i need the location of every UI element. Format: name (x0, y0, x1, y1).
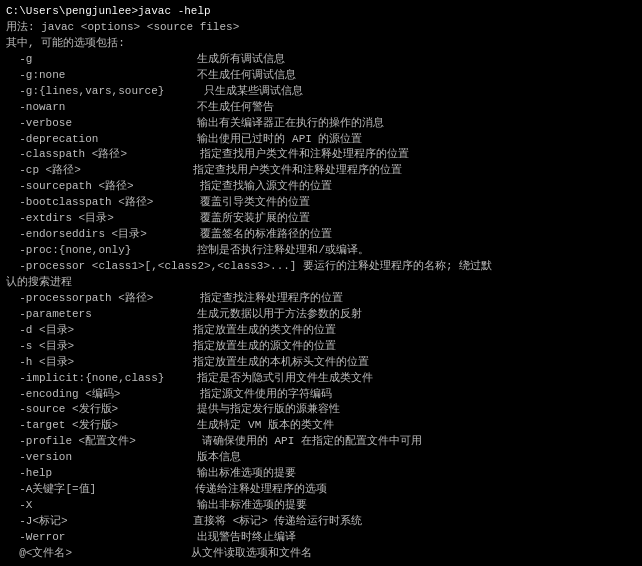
terminal-line-13: -extdirs <目录> 覆盖所安装扩展的位置 (6, 211, 636, 227)
terminal-line-31: -X 输出非标准选项的提要 (6, 498, 636, 514)
terminal-line-24: -encoding <编码> 指定源文件使用的字符编码 (6, 387, 636, 403)
terminal-line-17: 认的搜索进程 (6, 275, 636, 291)
terminal-line-8: -deprecation 输出使用已过时的 API 的源位置 (6, 132, 636, 148)
terminal-line-3: -g 生成所有调试信息 (6, 52, 636, 68)
terminal-line-7: -verbose 输出有关编译器正在执行的操作的消息 (6, 116, 636, 132)
terminal-line-18: -processorpath <路径> 指定查找注释处理程序的位置 (6, 291, 636, 307)
terminal-line-11: -sourcepath <路径> 指定查找输入源文件的位置 (6, 179, 636, 195)
terminal-line-20: -d <目录> 指定放置生成的类文件的位置 (6, 323, 636, 339)
terminal-line-28: -version 版本信息 (6, 450, 636, 466)
terminal-line-5: -g:{lines,vars,source} 只生成某些调试信息 (6, 84, 636, 100)
terminal-window: C:\Users\pengjunlee>javac -help用法: javac… (6, 4, 636, 562)
terminal-line-25: -source <发行版> 提供与指定发行版的源兼容性 (6, 402, 636, 418)
terminal-line-9: -classpath <路径> 指定查找用户类文件和注释处理程序的位置 (6, 147, 636, 163)
terminal-line-15: -proc:{none,only} 控制是否执行注释处理和/或编译。 (6, 243, 636, 259)
terminal-line-21: -s <目录> 指定放置生成的源文件的位置 (6, 339, 636, 355)
terminal-line-29: -help 输出标准选项的提要 (6, 466, 636, 482)
terminal-line-19: -parameters 生成元数据以用于方法参数的反射 (6, 307, 636, 323)
terminal-line-27: -profile <配置文件> 请确保使用的 API 在指定的配置文件中可用 (6, 434, 636, 450)
terminal-line-30: -A关键字[=值] 传递给注释处理程序的选项 (6, 482, 636, 498)
terminal-line-23: -implicit:{none,class} 指定是否为隐式引用文件生成类文件 (6, 371, 636, 387)
terminal-line-22: -h <目录> 指定放置生成的本机标头文件的位置 (6, 355, 636, 371)
terminal-line-10: -cp <路径> 指定查找用户类文件和注释处理程序的位置 (6, 163, 636, 179)
terminal-line-34: @<文件名> 从文件读取选项和文件名 (6, 546, 636, 562)
terminal-line-1: 用法: javac <options> <source files> (6, 20, 636, 36)
terminal-line-14: -endorseddirs <目录> 覆盖签名的标准路径的位置 (6, 227, 636, 243)
terminal-line-32: -J<标记> 直接将 <标记> 传递给运行时系统 (6, 514, 636, 530)
terminal-line-33: -Werror 出现警告时终止编译 (6, 530, 636, 546)
terminal-line-2: 其中, 可能的选项包括: (6, 36, 636, 52)
terminal-line-0: C:\Users\pengjunlee>javac -help (6, 4, 636, 20)
terminal-line-26: -target <发行版> 生成特定 VM 版本的类文件 (6, 418, 636, 434)
terminal-line-4: -g:none 不生成任何调试信息 (6, 68, 636, 84)
terminal-line-16: -processor <class1>[,<class2>,<class3>..… (6, 259, 636, 275)
terminal-line-6: -nowarn 不生成任何警告 (6, 100, 636, 116)
terminal-line-12: -bootclasspath <路径> 覆盖引导类文件的位置 (6, 195, 636, 211)
